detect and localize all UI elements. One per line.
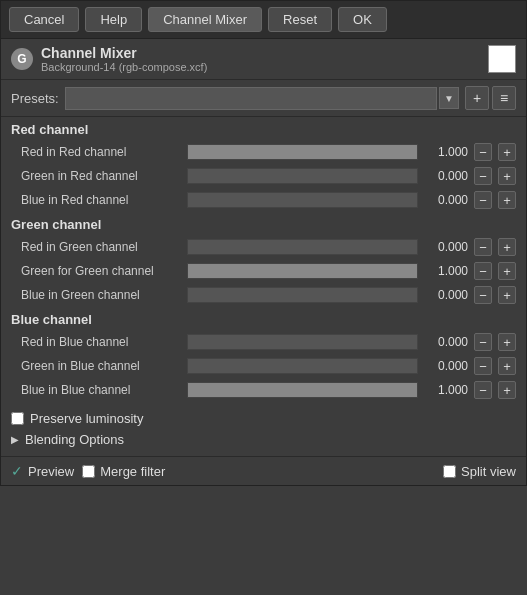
channel-decrease-button[interactable]: − [474, 333, 492, 351]
channel-slider[interactable] [187, 192, 418, 208]
blue-channel-label: Blue channel [1, 307, 526, 330]
channel-slider[interactable] [187, 358, 418, 374]
preserve-luminosity-label[interactable]: Preserve luminosity [30, 411, 143, 426]
channel-increase-button[interactable]: + [498, 238, 516, 256]
bottom-options: Preserve luminosity ▶ Blending Options [1, 402, 526, 456]
preview-check-icon: ✓ [11, 463, 23, 479]
presets-select[interactable] [65, 87, 437, 110]
merge-filter-label[interactable]: Merge filter [82, 464, 165, 479]
presets-add-button[interactable]: + [465, 86, 489, 110]
channel-slider-fill [188, 145, 417, 159]
presets-menu-button[interactable]: ≡ [492, 86, 516, 110]
channel-decrease-button[interactable]: − [474, 357, 492, 375]
channel-row: Blue in Green channel 0.000 − + [1, 283, 526, 307]
preserve-luminosity-checkbox[interactable] [11, 412, 24, 425]
presets-actions: + ≡ [465, 86, 516, 110]
channel-slider[interactable] [187, 334, 418, 350]
merge-filter-checkbox[interactable] [82, 465, 95, 478]
red-channel-rows: Red in Red channel 1.000 − + Green in Re… [1, 140, 526, 212]
red-channel-label: Red channel [1, 117, 526, 140]
blending-options-arrow-icon: ▶ [11, 434, 19, 445]
dialog-title: Channel Mixer [41, 45, 488, 61]
channel-row-label: Green for Green channel [21, 264, 181, 278]
channel-row: Red in Red channel 1.000 − + [1, 140, 526, 164]
channel-value: 0.000 [424, 288, 468, 302]
header-title: Channel Mixer Background-14 (rgb-compose… [41, 45, 488, 73]
dialog-subtitle: Background-14 (rgb-compose.xcf) [41, 61, 488, 73]
green-channel-label: Green channel [1, 212, 526, 235]
channel-increase-button[interactable]: + [498, 286, 516, 304]
channel-increase-button[interactable]: + [498, 357, 516, 375]
toolbar: Cancel Help Channel Mixer Reset OK [1, 1, 526, 39]
channel-slider[interactable] [187, 382, 418, 398]
channel-row: Green for Green channel 1.000 − + [1, 259, 526, 283]
channel-decrease-button[interactable]: − [474, 238, 492, 256]
blending-options-label: Blending Options [25, 432, 124, 447]
preserve-luminosity-row: Preserve luminosity [11, 408, 516, 429]
channel-value: 0.000 [424, 193, 468, 207]
channel-mixer-window: Cancel Help Channel Mixer Reset OK G Cha… [0, 0, 527, 486]
channel-row-label: Red in Red channel [21, 145, 181, 159]
channel-row: Red in Green channel 0.000 − + [1, 235, 526, 259]
help-button[interactable]: Help [85, 7, 142, 32]
channel-row-label: Green in Red channel [21, 169, 181, 183]
channel-decrease-button[interactable]: − [474, 167, 492, 185]
channel-increase-button[interactable]: + [498, 191, 516, 209]
channel-row: Green in Red channel 0.000 − + [1, 164, 526, 188]
blending-options-row[interactable]: ▶ Blending Options [11, 429, 516, 450]
channel-increase-button[interactable]: + [498, 167, 516, 185]
channel-decrease-button[interactable]: − [474, 191, 492, 209]
header: G Channel Mixer Background-14 (rgb-compo… [1, 39, 526, 80]
channel-value: 0.000 [424, 335, 468, 349]
app-icon: G [11, 48, 33, 70]
channel-decrease-button[interactable]: − [474, 286, 492, 304]
channel-slider-fill [188, 383, 417, 397]
presets-label: Presets: [11, 91, 59, 106]
channel-row-label: Blue in Blue channel [21, 383, 181, 397]
channel-slider[interactable] [187, 168, 418, 184]
reset-button[interactable]: Reset [268, 7, 332, 32]
channel-row-label: Blue in Red channel [21, 193, 181, 207]
channel-row-label: Red in Green channel [21, 240, 181, 254]
channel-slider[interactable] [187, 287, 418, 303]
blue-channel-rows: Red in Blue channel 0.000 − + Green in B… [1, 330, 526, 402]
channel-value: 1.000 [424, 383, 468, 397]
channel-row: Blue in Red channel 0.000 − + [1, 188, 526, 212]
channel-decrease-button[interactable]: − [474, 143, 492, 161]
channel-value: 0.000 [424, 359, 468, 373]
channel-value: 1.000 [424, 264, 468, 278]
footer: ✓ Preview Merge filter Split view [1, 456, 526, 485]
channel-increase-button[interactable]: + [498, 262, 516, 280]
channel-value: 0.000 [424, 169, 468, 183]
presets-dropdown-icon[interactable]: ▼ [439, 87, 459, 109]
footer-left: ✓ Preview Merge filter [11, 463, 433, 479]
channel-increase-button[interactable]: + [498, 381, 516, 399]
ok-button[interactable]: OK [338, 7, 387, 32]
channel-row: Red in Blue channel 0.000 − + [1, 330, 526, 354]
channel-value: 0.000 [424, 240, 468, 254]
cancel-button[interactable]: Cancel [9, 7, 79, 32]
split-view-label-text: Split view [461, 464, 516, 479]
green-channel-rows: Red in Green channel 0.000 − + Green for… [1, 235, 526, 307]
channel-row-label: Blue in Green channel [21, 288, 181, 302]
preview-label-text: Preview [28, 464, 74, 479]
channel-row: Green in Blue channel 0.000 − + [1, 354, 526, 378]
footer-right: Split view [443, 464, 516, 479]
merge-filter-label-text: Merge filter [100, 464, 165, 479]
channel-row-label: Red in Blue channel [21, 335, 181, 349]
channel-row-label: Green in Blue channel [21, 359, 181, 373]
channel-slider[interactable] [187, 239, 418, 255]
split-view-checkbox[interactable] [443, 465, 456, 478]
channel-increase-button[interactable]: + [498, 333, 516, 351]
channel-increase-button[interactable]: + [498, 143, 516, 161]
presets-row: Presets: ▼ + ≡ [1, 80, 526, 117]
channel-slider[interactable] [187, 263, 418, 279]
channel-decrease-button[interactable]: − [474, 381, 492, 399]
channel-decrease-button[interactable]: − [474, 262, 492, 280]
preview-label[interactable]: ✓ Preview [11, 463, 74, 479]
channel-value: 1.000 [424, 145, 468, 159]
channel-mixer-button[interactable]: Channel Mixer [148, 7, 262, 32]
channel-slider[interactable] [187, 144, 418, 160]
split-view-label[interactable]: Split view [443, 464, 516, 479]
preview-swatch [488, 45, 516, 73]
